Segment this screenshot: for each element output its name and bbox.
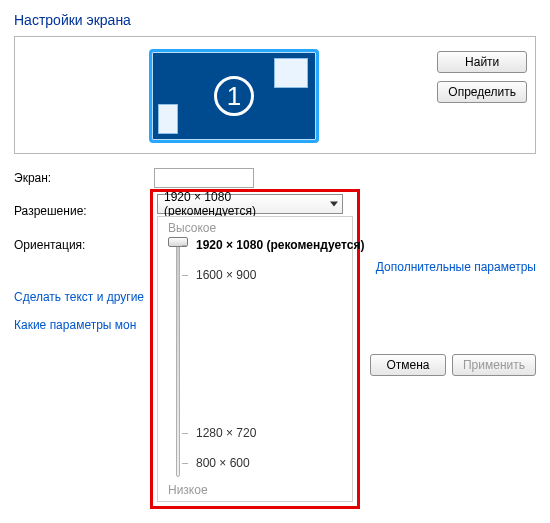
resolution-label: Разрешение: [14,204,154,218]
mini-window-icon [274,58,308,88]
identify-button[interactable]: Определить [437,81,527,103]
resolution-combo-value: 1920 × 1080 (рекомендуется) [164,190,324,218]
resolution-dropdown-highlight: 1920 × 1080 (рекомендуется) Высокое 1920… [150,189,360,509]
text-size-link[interactable]: Сделать текст и другие [14,290,154,304]
dropdown-high-label: Высокое [168,221,216,235]
page-title: Настройки экрана [14,12,536,28]
orientation-label: Ориентация: [14,238,154,252]
cancel-button[interactable]: Отмена [370,354,446,376]
resolution-combo[interactable]: 1920 × 1080 (рекомендуется) [157,194,343,214]
resolution-slider-track[interactable] [176,241,180,477]
resolution-dropdown-panel[interactable]: Высокое 1920 × 1080 (рекомендуется) 1600… [157,216,353,502]
advanced-settings-link[interactable]: Дополнительные параметры [376,260,536,274]
screen-input[interactable] [154,168,254,188]
screen-label: Экран: [14,171,154,185]
resolution-option[interactable]: 800 × 600 [196,456,250,470]
dropdown-low-label: Низкое [168,483,208,497]
mini-window-icon [158,104,178,134]
monitor-1[interactable]: 1 [149,49,319,143]
find-button[interactable]: Найти [437,51,527,73]
resolution-option[interactable]: 1280 × 720 [196,426,256,440]
monitor-preview-area: 1 Найти Определить [14,36,536,154]
monitor-params-link[interactable]: Какие параметры мон [14,318,154,332]
monitor-number-badge: 1 [214,76,254,116]
apply-button[interactable]: Применить [452,354,536,376]
resolution-option[interactable]: 1920 × 1080 (рекомендуется) [196,238,364,252]
resolution-option[interactable]: 1600 × 900 [196,268,256,282]
chevron-down-icon [330,202,338,207]
